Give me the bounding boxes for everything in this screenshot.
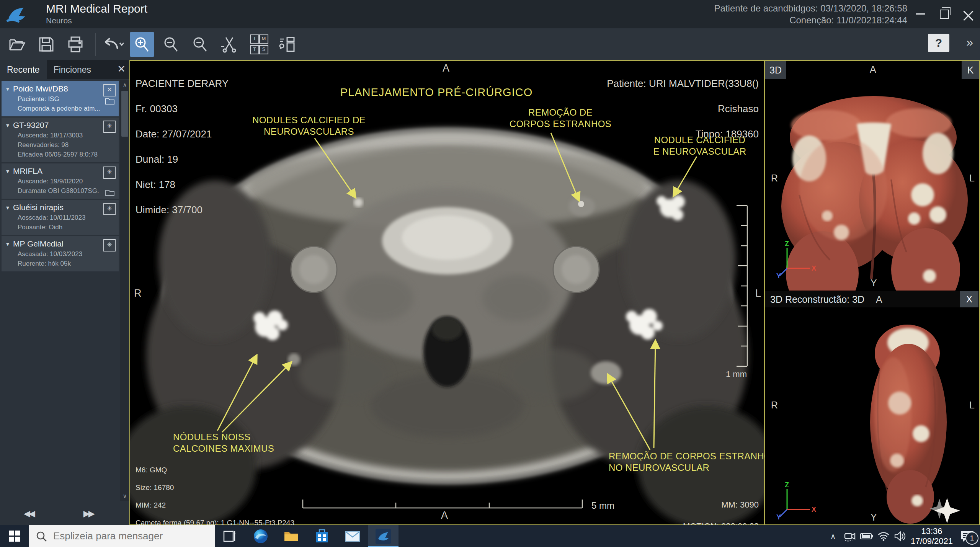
save-button[interactable] [34,32,58,57]
help-button[interactable]: ? [928,34,949,52]
annotation-text: NODULE CALCIFIED [653,134,746,146]
mri-viewport[interactable]: PACIENTE DERARY Fr. 00303 Date: 27/07/20… [129,60,765,525]
zoom-reset-button[interactable] [188,32,212,57]
view2-orientation-marker: A [876,294,882,305]
session-meta-line1: Patiente de acandbidgos: 03/13/2020, 18:… [714,2,907,14]
sidebar-scrollbar[interactable]: ∧ ∨ [120,80,129,501]
maximize-button[interactable] [933,0,956,28]
toolbar-overflow-button[interactable]: » [966,35,973,49]
expand-caret-icon[interactable]: ▾ [6,168,9,175]
task-view-button[interactable] [215,525,245,547]
annotation-text: E NEUROVASCULAR [653,146,746,157]
cut-tool-button[interactable] [217,32,241,57]
tab-recente[interactable]: Recente [0,60,47,79]
page-next-button[interactable]: ▶▶ [83,509,93,519]
edge-browser-button[interactable] [245,525,276,547]
folder-icon[interactable] [105,189,115,196]
volume-status-icon[interactable] [892,525,909,547]
system-tray: ∧ [825,525,980,547]
view2-title: 3D Reconstructão: 3D [770,294,864,305]
study-list: ▾ Poide Mwi/DB8 ✕ Paciiente: ISG Compond… [0,80,120,271]
compass-star-icon [925,496,963,525]
orientation-right: L [755,287,761,299]
study-item[interactable]: ▾ GT-93207 ✳ Auscenda: 18/17/3003 Reenva… [2,118,119,162]
study-date: Date: 27/07/2021 [136,128,229,140]
scissors-icon [220,36,238,53]
study-line: Duramate OBI G380107SG. [18,187,115,195]
minimize-button[interactable] [909,0,933,28]
grid-view-button[interactable]: T M T S [247,32,270,57]
annotation-text: NO NEUROVASCULAR [609,462,778,474]
store-button[interactable] [307,525,337,547]
view1-orientation-left: R [771,173,778,184]
start-button[interactable] [0,525,29,547]
tray-expand-button[interactable]: ∧ [825,525,841,547]
file-explorer-button[interactable] [276,525,307,547]
print-button[interactable] [64,32,87,57]
annotation-label: REMOÇÃO DE CORPOS ESTRANHOS [510,107,611,130]
folder-icon[interactable] [105,97,115,105]
study-asterisk-badge-icon[interactable]: ✳ [103,167,116,179]
view2-close-button[interactable]: X [960,291,978,307]
open-file-button[interactable] [5,32,29,57]
notification-badge: 1 [965,532,978,545]
zoom-out-button[interactable] [159,32,183,57]
undo-icon [102,37,124,52]
mail-icon [345,531,360,542]
camera-icon [844,531,856,542]
search-input[interactable] [52,530,207,542]
meet-now-button[interactable] [841,525,858,547]
study-x-badge-icon[interactable]: ✕ [103,84,116,96]
layout-settings-button[interactable] [276,32,299,57]
wifi-status-icon[interactable] [875,525,892,547]
dunal-value: Dunal: 19 [136,153,229,166]
expand-caret-icon[interactable]: ▾ [6,240,9,248]
study-item[interactable]: ▾ Poide Mwi/DB8 ✕ Paciiente: ISG Compond… [2,81,119,116]
grid-view-icon: T M T S [250,34,267,54]
zoom-in-button[interactable] [130,32,154,57]
study-line: Eficadea 06/05-2597 8:0:78 [18,151,115,158]
windows-logo-icon [9,531,20,542]
close-button[interactable] [956,0,980,28]
sidebar-close-button[interactable]: ✕ [117,63,126,75]
clock-time: 13:36 [909,526,955,536]
expand-caret-icon[interactable]: ▾ [6,85,9,93]
page-prev-button[interactable]: ◀◀ [24,509,34,519]
view1-expand-button[interactable]: K [962,61,979,79]
scroll-down-icon[interactable]: ∨ [120,491,129,501]
undo-button[interactable] [101,32,125,57]
scrollbar-thumb[interactable] [121,91,128,137]
app-subtitle: Neuros [46,16,72,25]
mri-app-taskbar-button[interactable] [368,525,399,547]
taskbar-search[interactable] [29,525,215,547]
mri-app-icon [375,528,391,544]
mail-button[interactable] [337,525,368,547]
study-item[interactable]: ▾ MRIFLA ✳ Auscande: 19/9/02020 Duramate… [2,163,119,199]
tab-finciones[interactable]: Finciones [47,60,98,79]
annotation-label: NODULE CALCIFIED E NEUROVASCULAR [653,134,746,157]
notification-center-button[interactable]: 1 [955,525,980,547]
taskbar-clock[interactable]: 13:36 17/09/2021 [909,526,955,546]
scroll-up-icon[interactable]: ∧ [120,80,129,90]
battery-status-icon[interactable] [858,525,875,547]
patient-id: Patiente: URI MALVTIDER(33U8() [607,77,759,90]
zoom-reset-icon [192,36,209,53]
expand-caret-icon[interactable]: ▾ [6,204,9,211]
study-item[interactable]: ▾ Gluéisi nirapis ✳ Aosscada: 10/011/202… [2,200,119,235]
app-window: MRI Medical Report Neuros Patiente de ac… [0,0,980,547]
axis-z-label: Z [785,482,789,489]
expand-caret-icon[interactable]: ▾ [6,122,9,129]
study-item[interactable]: ▾ MP GelMedial ✳ Ascasada: 10/03/2023 Ru… [2,236,119,271]
study-line: Auscenda: 18/17/3003 [18,132,115,139]
app-title: MRI Medical Report [46,2,147,15]
study-asterisk-badge-icon[interactable]: ✳ [103,121,116,133]
session-meta-line2: Conenção: 11/0/20218:24:44 [714,14,907,26]
annotation-text: REMOÇÃO DE [510,107,611,118]
close-icon [963,9,973,19]
study-line: Paciiente: ISG [18,95,115,103]
horizontal-scale-label: 5 mm [591,500,614,511]
study-x-badge-icon[interactable]: ✳ [103,203,116,215]
patient-alias: Rcishaso [607,103,759,115]
axis-gizmo: Z X Y [776,241,818,279]
study-asterisk-badge-icon[interactable]: ✳ [103,239,116,251]
